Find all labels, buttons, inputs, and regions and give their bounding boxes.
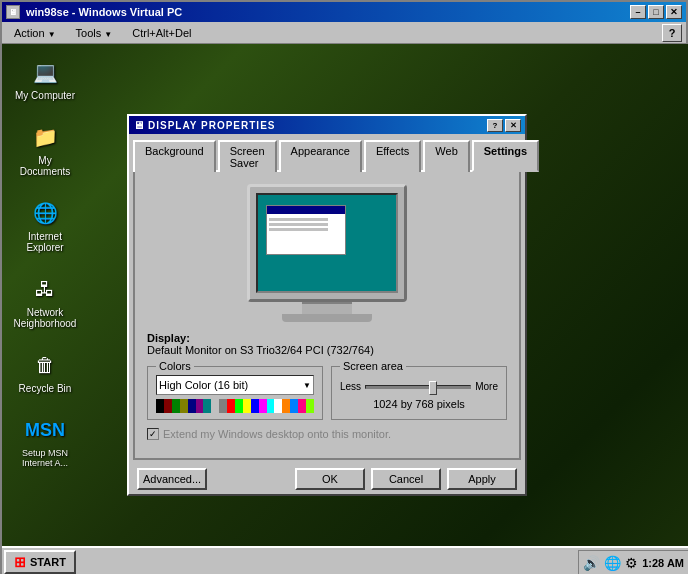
dialog-tabs: Background Screen Saver Appearance Effec… xyxy=(129,134,525,170)
cancel-button[interactable]: Cancel xyxy=(371,468,441,490)
vpc-titlebar: 🖥 win98se - Windows Virtual PC – □ ✕ xyxy=(2,2,686,22)
monitor-base xyxy=(282,314,372,322)
tab-settings[interactable]: Settings xyxy=(472,140,539,172)
screen-area-group: Screen area Less More 1024 by 768 pixels xyxy=(331,366,507,420)
apply-button[interactable]: Apply xyxy=(447,468,517,490)
ok-button[interactable]: OK xyxy=(295,468,365,490)
display-properties-dialog: 🖥 Display Properties ? ✕ Background Scre… xyxy=(127,114,527,496)
monitor-stand xyxy=(302,302,352,314)
taskbar: ⊞ START 🔊 🌐 ⚙ 1:28 AM xyxy=(2,546,688,574)
mydocuments-icon: 📁 xyxy=(29,121,61,153)
action-menu-arrow: ▼ xyxy=(48,30,56,39)
tools-menu-arrow: ▼ xyxy=(104,30,112,39)
ctrl-alt-del-menu[interactable]: Ctrl+Alt+Del xyxy=(124,25,199,41)
vpc-help-btn[interactable]: ? xyxy=(662,24,682,42)
desktop-icons: 💻 My Computer 📁 My Documents 🌐 Internet … xyxy=(10,52,80,480)
tab-background[interactable]: Background xyxy=(133,140,216,172)
vpc-close-btn[interactable]: ✕ xyxy=(666,5,682,19)
colors-dropdown-arrow: ▼ xyxy=(303,381,311,390)
dialog-footer: Advanced... OK Cancel Apply xyxy=(129,464,525,494)
vpc-minimize-btn[interactable]: – xyxy=(630,5,646,19)
desktop-icon-network[interactable]: 🖧 Network Neighborhood xyxy=(10,269,80,333)
colors-value: High Color (16 bit) xyxy=(159,379,248,391)
monitor-screen xyxy=(256,193,398,293)
vpc-icon: 🖥 xyxy=(6,5,20,19)
slider-more-label: More xyxy=(475,381,498,392)
network-icon: 🖧 xyxy=(29,273,61,305)
tray-time: 1:28 AM xyxy=(642,557,684,569)
desktop-icon-mycomputer[interactable]: 💻 My Computer xyxy=(10,52,80,105)
desktop-icon-mydocuments[interactable]: 📁 My Documents xyxy=(10,117,80,181)
desktop-icon-msn[interactable]: MSN Setup MSN Internet A... xyxy=(10,410,80,472)
tab-web[interactable]: Web xyxy=(423,140,469,172)
monitor-container xyxy=(247,184,407,322)
vpc-window-controls: – □ ✕ xyxy=(630,5,682,19)
vpc-window: 🖥 win98se - Windows Virtual PC – □ ✕ Act… xyxy=(0,0,688,574)
resolution-slider-track[interactable] xyxy=(365,385,471,389)
desktop-icon-recyclebin[interactable]: 🗑 Recycle Bin xyxy=(10,345,80,398)
monitor-mini-line-1 xyxy=(269,218,328,221)
extend-desktop-label: Extend my Windows desktop onto this moni… xyxy=(163,428,391,440)
vpc-menubar: Action ▼ Tools ▼ Ctrl+Alt+Del ? xyxy=(2,22,686,44)
resolution-slider-thumb[interactable] xyxy=(429,381,437,395)
monitor-outer xyxy=(247,184,407,302)
tools-menu[interactable]: Tools ▼ xyxy=(68,25,121,41)
extend-desktop-checkbox[interactable]: ✓ xyxy=(147,428,159,440)
monitor-preview xyxy=(147,184,507,322)
tab-screensaver[interactable]: Screen Saver xyxy=(218,140,277,172)
recyclebin-icon: 🗑 xyxy=(29,349,61,381)
settings-controls-row: Colors High Color (16 bit) ▼ Screen area… xyxy=(147,366,507,420)
dialog-titlebar: 🖥 Display Properties ? ✕ xyxy=(129,116,525,134)
resolution-slider-row: Less More xyxy=(340,381,498,392)
tray-icon-1[interactable]: 🔊 xyxy=(583,555,600,571)
tray-icon-2[interactable]: 🌐 xyxy=(604,555,621,571)
desktop-icon-ie[interactable]: 🌐 Internet Explorer xyxy=(10,193,80,257)
display-label: Display: xyxy=(147,332,190,344)
win98-desktop: 💻 My Computer 📁 My Documents 🌐 Internet … xyxy=(2,44,688,574)
start-button[interactable]: ⊞ START xyxy=(4,550,76,574)
msn-icon: MSN xyxy=(29,414,61,446)
monitor-mini-window xyxy=(266,205,346,255)
dialog-title: Display Properties xyxy=(148,120,483,131)
tab-effects[interactable]: Effects xyxy=(364,140,421,172)
screen-area-value: 1024 by 768 pixels xyxy=(340,398,498,410)
recyclebin-label: Recycle Bin xyxy=(19,383,72,394)
dialog-titlebar-icon: 🖥 xyxy=(133,119,144,131)
settings-tab-content: Display: Default Monitor on S3 Trio32/64… xyxy=(133,170,521,460)
display-info: Display: Default Monitor on S3 Trio32/64… xyxy=(147,332,507,356)
mycomputer-label: My Computer xyxy=(15,90,75,101)
colors-select[interactable]: High Color (16 bit) ▼ xyxy=(156,375,314,395)
slider-less-label: Less xyxy=(340,381,361,392)
vpc-title: win98se - Windows Virtual PC xyxy=(26,6,624,18)
display-value: Default Monitor on S3 Trio32/64 PCI (732… xyxy=(147,344,374,356)
monitor-mini-content xyxy=(267,214,345,254)
mydocuments-label: My Documents xyxy=(14,155,76,177)
ie-label: Internet Explorer xyxy=(14,231,76,253)
start-label: START xyxy=(30,556,66,568)
monitor-mini-titlebar xyxy=(267,206,345,214)
windows-logo: ⊞ xyxy=(14,554,26,570)
screen-area-group-label: Screen area xyxy=(340,360,406,372)
ie-icon: 🌐 xyxy=(29,197,61,229)
advanced-button[interactable]: Advanced... xyxy=(137,468,207,490)
monitor-mini-line-3 xyxy=(269,228,328,231)
colors-group: Colors High Color (16 bit) ▼ xyxy=(147,366,323,420)
network-label: Network Neighborhood xyxy=(14,307,77,329)
dialog-controls: ? ✕ xyxy=(487,119,521,132)
tray-icon-3[interactable]: ⚙ xyxy=(625,555,638,571)
msn-label: Setup MSN Internet A... xyxy=(14,448,76,468)
tab-appearance[interactable]: Appearance xyxy=(279,140,362,172)
colors-group-label: Colors xyxy=(156,360,194,372)
action-menu[interactable]: Action ▼ xyxy=(6,25,64,41)
dialog-close-btn[interactable]: ✕ xyxy=(505,119,521,132)
monitor-mini-line-2 xyxy=(269,223,328,226)
dialog-help-btn[interactable]: ? xyxy=(487,119,503,132)
extend-desktop-row: ✓ Extend my Windows desktop onto this mo… xyxy=(147,428,507,440)
taskbar-tray: 🔊 🌐 ⚙ 1:28 AM xyxy=(578,550,688,574)
monitor-screen-inner xyxy=(258,195,396,291)
color-bar xyxy=(156,399,314,413)
vpc-maximize-btn[interactable]: □ xyxy=(648,5,664,19)
mycomputer-icon: 💻 xyxy=(29,56,61,88)
